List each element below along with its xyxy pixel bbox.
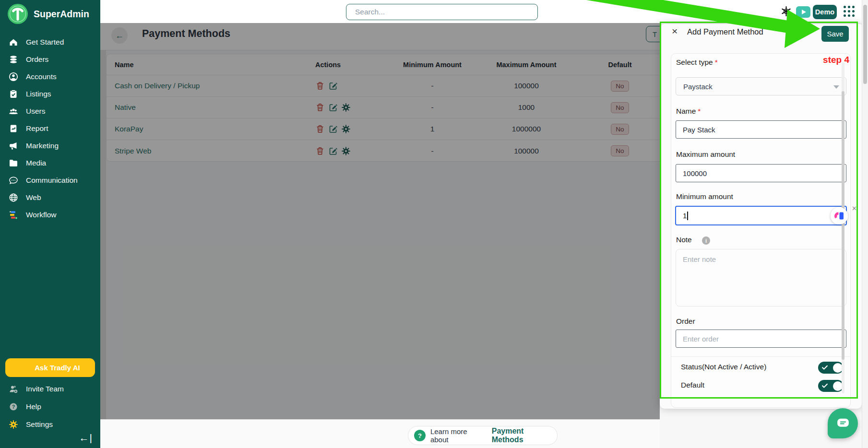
sidebar-item-settings[interactable]: Settings — [0, 415, 100, 433]
sidebar-item-communication[interactable]: Communication — [0, 172, 100, 189]
video-play-button[interactable] — [796, 6, 810, 18]
delete-button[interactable] — [315, 124, 325, 134]
sidebar-item-orders[interactable]: Orders — [0, 51, 100, 68]
sidebar-item-label: Accounts — [26, 72, 57, 81]
accounts-icon — [9, 72, 18, 82]
default-cell: No — [598, 75, 642, 96]
sidebar-item-web[interactable]: Web — [0, 189, 100, 206]
edit-button[interactable] — [328, 124, 338, 134]
brand[interactable]: SuperAdmin — [7, 3, 89, 24]
sidebar-item-accounts[interactable]: Accounts — [0, 68, 100, 85]
status-toggle[interactable] — [818, 362, 844, 374]
payment-method-name[interactable]: Stripe Web — [115, 140, 151, 162]
sidebar-nav: Get StartedOrdersAccountsListingsUsersRe… — [0, 34, 100, 224]
type-select-value: Paystack — [683, 83, 713, 91]
table-row: Stripe Web-100000No — [107, 140, 681, 162]
content-scrollbar[interactable] — [100, 23, 106, 419]
svg-text:?: ? — [12, 404, 15, 410]
chat-widget-button[interactable] — [828, 408, 858, 438]
sidebar-item-get-started[interactable]: Get Started — [0, 34, 100, 51]
sidebar-item-label: Invite Team — [26, 385, 64, 393]
default-badge: No — [611, 124, 629, 135]
sidebar-item-users[interactable]: Users — [0, 103, 100, 120]
payment-method-name[interactable]: KoraPay — [115, 118, 143, 140]
collapse-sidebar-icon[interactable]: ←| — [79, 432, 93, 444]
col-default: Default — [598, 54, 642, 75]
payment-method-name[interactable]: Native — [115, 97, 136, 118]
demo-button[interactable]: Demo — [813, 5, 837, 19]
edit-button[interactable] — [328, 146, 338, 156]
default-toggle[interactable] — [818, 380, 844, 392]
note-label: Note — [676, 236, 692, 244]
payment-method-name[interactable]: Cash on Delivery / Pickup — [115, 75, 200, 96]
payment-methods-table: Name Actions Minimum Amount Maximum Amou… — [106, 54, 682, 162]
back-arrow-icon: ← — [115, 31, 124, 41]
badge-close-icon[interactable]: ✕ — [852, 205, 857, 212]
sidebar-item-report[interactable]: Report — [0, 120, 100, 137]
sidebar-item-workflow[interactable]: Workflow — [0, 206, 100, 224]
page-scrollbar[interactable] — [862, 0, 868, 448]
ask-tradly-ai-button[interactable]: Ask Tradly AI — [5, 358, 95, 377]
sidebar-item-invite-team[interactable]: Invite Team — [0, 380, 100, 398]
home-icon — [9, 37, 18, 47]
settings-button[interactable] — [341, 103, 351, 112]
settings-button[interactable] — [341, 124, 351, 134]
search-input[interactable] — [346, 4, 538, 20]
delete-button[interactable] — [315, 103, 325, 112]
minimum-amount-value: 1 — [394, 118, 471, 140]
sidebar-item-marketing[interactable]: Marketing — [0, 137, 100, 154]
invite-team-icon — [9, 384, 18, 394]
minimum-amount-field[interactable]: 1 — [675, 206, 847, 225]
panel-scrollbar[interactable] — [842, 62, 844, 393]
sidebar-item-help[interactable]: ?Help — [0, 398, 100, 415]
openai-swirl-icon[interactable] — [781, 6, 792, 17]
edit-button[interactable] — [328, 81, 338, 91]
name-field[interactable] — [676, 120, 846, 139]
orders-icon — [9, 55, 18, 64]
row-actions — [315, 140, 351, 162]
sidebar-item-label: Listings — [26, 90, 51, 98]
chevron-down-icon — [833, 85, 839, 89]
minimum-amount-value: 1 — [683, 212, 687, 220]
back-button[interactable]: ← — [111, 27, 128, 44]
col-minimum: Minimum Amount — [394, 54, 471, 75]
sidebar-item-listings[interactable]: Listings — [0, 85, 100, 103]
info-icon[interactable]: i — [702, 236, 710, 245]
learn-more-link[interactable]: Payment Methods — [492, 427, 557, 444]
order-field[interactable] — [676, 330, 846, 348]
ask-tradly-ai-label: Ask Tradly AI — [35, 364, 80, 372]
type-select[interactable]: Paystack — [676, 77, 846, 95]
delete-button[interactable] — [315, 81, 325, 91]
maximum-amount-value: 1000 — [488, 97, 565, 118]
close-icon[interactable]: × — [672, 25, 678, 37]
order-label: Order — [676, 317, 695, 326]
text-cursor — [687, 212, 688, 220]
col-maximum: Maximum Amount — [488, 54, 565, 75]
select-type-label: Select type* — [676, 58, 718, 67]
note-field[interactable] — [676, 249, 846, 307]
chat-icon — [836, 418, 850, 429]
learn-more-pill[interactable]: ? Learn more about Payment Methods — [408, 426, 558, 445]
delete-button[interactable] — [315, 146, 325, 156]
sidebar: SuperAdmin Get StartedOrdersAccountsList… — [0, 0, 100, 448]
save-button[interactable]: Save — [821, 26, 849, 42]
sidebar-item-media[interactable]: Media — [0, 154, 100, 172]
apps-grid-icon[interactable] — [844, 6, 855, 17]
sidebar-item-label: Settings — [26, 420, 53, 429]
scrollbar-thumb[interactable] — [863, 5, 867, 84]
topbar: Demo — [100, 0, 862, 23]
default-cell: No — [598, 118, 642, 140]
sidebar-item-label: Users — [26, 107, 45, 116]
toggle-knob — [833, 363, 843, 373]
marketing-icon — [9, 141, 18, 151]
edit-button[interactable] — [328, 103, 338, 112]
sidebar-item-label: Communication — [26, 176, 78, 185]
settings-button[interactable] — [341, 146, 351, 156]
users-icon — [9, 106, 18, 116]
maximum-amount-value: 100000 — [488, 140, 565, 162]
maximum-amount-field[interactable] — [676, 164, 846, 182]
required-asterisk: * — [698, 107, 701, 115]
extension-badge-icon[interactable] — [831, 207, 848, 224]
payment-method-form: Select type* step 4 Paystack Name* Maxim… — [671, 53, 851, 408]
sidebar-item-label: Web — [26, 193, 41, 202]
